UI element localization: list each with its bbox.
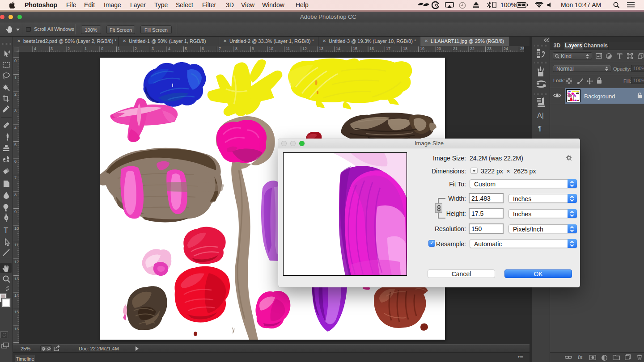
- svg-text:13: 13: [14, 277, 19, 281]
- svg-text:16: 16: [14, 327, 19, 331]
- svg-text:11: 11: [14, 243, 18, 247]
- svg-text:19: 19: [420, 46, 424, 51]
- svg-text:17: 17: [386, 46, 390, 51]
- svg-text:10: 10: [269, 46, 273, 51]
- svg-text:9: 9: [14, 210, 17, 214]
- svg-text:1: 1: [118, 46, 120, 51]
- svg-text:5: 5: [185, 46, 187, 51]
- svg-text:6: 6: [202, 46, 204, 51]
- svg-text:14: 14: [14, 293, 19, 298]
- svg-text:2: 2: [68, 46, 70, 51]
- svg-text:5: 5: [14, 143, 17, 147]
- svg-text:9: 9: [252, 46, 254, 51]
- svg-text:15: 15: [353, 46, 357, 51]
- svg-text:4: 4: [168, 46, 170, 51]
- svg-text:10: 10: [14, 226, 19, 231]
- svg-text:2: 2: [14, 92, 17, 97]
- svg-text:25: 25: [520, 46, 524, 51]
- svg-text:3: 3: [152, 46, 154, 51]
- svg-text:1: 1: [85, 46, 87, 51]
- svg-text:8: 8: [235, 46, 237, 51]
- svg-text:7: 7: [14, 176, 17, 180]
- svg-text:3: 3: [51, 46, 53, 51]
- svg-text:15: 15: [14, 310, 19, 314]
- svg-text:13: 13: [319, 46, 323, 51]
- svg-text:4: 4: [34, 46, 36, 51]
- svg-text:6: 6: [14, 159, 17, 164]
- svg-text:11: 11: [286, 46, 290, 51]
- svg-text:4: 4: [14, 126, 17, 130]
- svg-text:2: 2: [135, 46, 137, 51]
- svg-text:3: 3: [14, 109, 17, 113]
- svg-text:22: 22: [470, 46, 475, 51]
- svg-text:20: 20: [436, 46, 441, 51]
- svg-text:1: 1: [14, 76, 17, 80]
- svg-text:0: 0: [101, 46, 103, 51]
- svg-text:12: 12: [14, 260, 19, 264]
- svg-text:16: 16: [369, 46, 374, 51]
- svg-text:0: 0: [14, 59, 17, 63]
- svg-text:14: 14: [336, 46, 340, 51]
- svg-text:7: 7: [219, 46, 221, 51]
- svg-text:12: 12: [302, 46, 307, 51]
- svg-text:21: 21: [453, 46, 458, 51]
- svg-text:24: 24: [504, 46, 508, 51]
- svg-text:T: T: [4, 226, 8, 235]
- svg-text:8: 8: [14, 193, 17, 197]
- svg-text:23: 23: [487, 46, 491, 51]
- svg-text:18: 18: [403, 46, 407, 51]
